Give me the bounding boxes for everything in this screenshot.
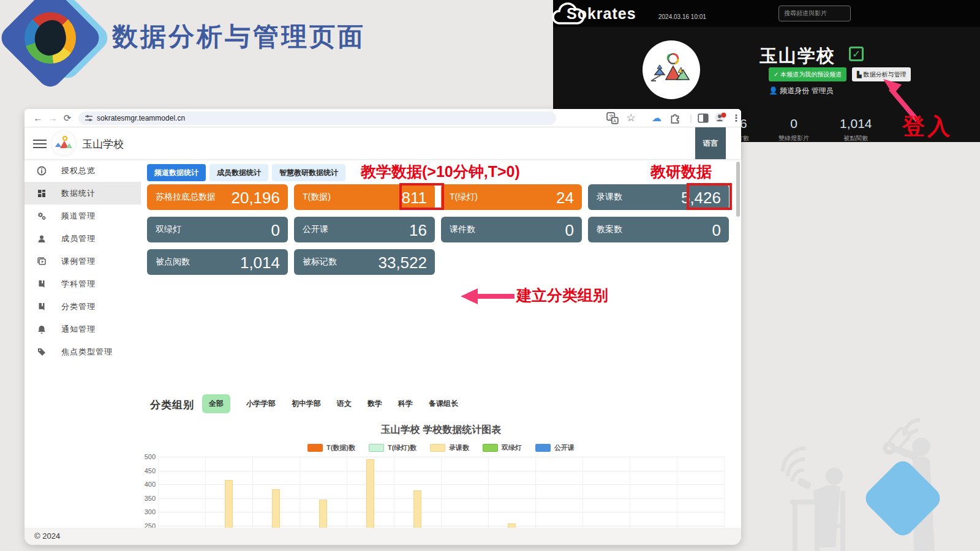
tab-1[interactable]: 成员数据统计 <box>209 164 268 181</box>
cloud-sync-icon[interactable]: ☁ <box>650 112 663 124</box>
sidebar-item-6[interactable]: 分类管理 <box>24 295 141 318</box>
card-value: 0 <box>565 221 574 240</box>
app-logo <box>4 0 114 99</box>
filter-options: 全部小学学部初中学部语文数学科学备课组长 <box>202 394 458 413</box>
filter-option-6[interactable]: 备课组长 <box>429 399 458 409</box>
y-axis-label: 300 <box>141 508 156 515</box>
legend-item[interactable]: T(绿灯)数 <box>369 443 417 452</box>
sidebar-item-1[interactable]: 数据统计 <box>24 182 141 204</box>
legend-swatch <box>535 444 551 452</box>
app-header: 玉山学校 语言 <box>24 127 741 159</box>
bar-group-2023-10 <box>252 457 300 528</box>
browser-menu-icon[interactable]: ⋮ <box>730 112 742 124</box>
scrollbar-thumb[interactable] <box>736 162 740 217</box>
sidebar-item-3[interactable]: 成员管理 <box>24 227 141 250</box>
legend-swatch <box>430 444 445 452</box>
logo-brush-circle <box>24 12 76 64</box>
annotation-research-data: 教研数据 <box>650 162 712 182</box>
tab-2[interactable]: 智慧教研数据统计 <box>272 164 345 181</box>
bookmark-star-icon[interactable]: ☆ <box>625 112 637 124</box>
filter-option-0[interactable]: 全部 <box>202 394 230 413</box>
app-school-avatar[interactable] <box>51 131 76 156</box>
filter-option-5[interactable]: 科学 <box>398 399 413 409</box>
sokrates-brand: Sokrates <box>567 5 636 23</box>
sidebar-item-4[interactable]: 课例管理 <box>24 250 141 272</box>
sidebar-item-7[interactable]: 通知管理 <box>24 318 141 340</box>
legend-swatch <box>307 444 323 452</box>
sidebar-item-0[interactable]: 授权总览 <box>24 159 141 182</box>
legend-item[interactable]: 录课数 <box>430 443 469 452</box>
reload-icon[interactable]: ⟳ <box>61 112 74 124</box>
bar-录课数[interactable] <box>225 480 233 528</box>
filter-option-4[interactable]: 数学 <box>368 399 382 409</box>
bar-group-2023-11 <box>300 457 347 528</box>
sidebar-item-2[interactable]: 频道管理 <box>24 204 141 227</box>
svg-text:A: A <box>613 118 617 124</box>
stat-card-4: 双绿灯0 <box>147 217 288 242</box>
tab-0[interactable]: 频道数据统计 <box>147 164 206 181</box>
profile-avatar-icon[interactable] <box>714 112 726 124</box>
filter-option-1[interactable]: 小学学部 <box>246 399 276 409</box>
side-panel-icon[interactable] <box>697 112 709 124</box>
bar-录课数[interactable] <box>366 459 374 528</box>
url-bar[interactable]: sokratesmgr.teammodel.cn <box>78 111 556 125</box>
language-button[interactable]: 语言 <box>695 127 726 159</box>
annotation-teaching-data: 教学数据(>10分钟,T>0) <box>361 162 520 182</box>
card-label: 教案数 <box>597 224 622 235</box>
legend-item[interactable]: 公开课 <box>535 443 575 452</box>
back-icon[interactable]: ← <box>32 112 44 124</box>
card-value: 24 <box>556 189 574 208</box>
channel-role: 👤 频道身份 管理员 <box>769 86 834 96</box>
legend-item[interactable]: 双绿灯 <box>483 443 522 452</box>
y-axis-label: 400 <box>141 481 156 488</box>
bar-录课数[interactable] <box>319 500 327 528</box>
forward-icon[interactable]: → <box>47 112 59 124</box>
bar-录课数[interactable] <box>413 490 421 528</box>
dashboard-icon <box>37 189 47 198</box>
bar-group-2023-08 <box>158 457 205 528</box>
filter-option-2[interactable]: 初中学部 <box>292 399 321 409</box>
annotation-login: 登入 <box>902 111 952 142</box>
site-settings-icon <box>85 114 93 122</box>
legend-label: 双绿灯 <box>502 443 522 452</box>
bar-录课数[interactable] <box>272 489 280 528</box>
legend-item[interactable]: T(数据)数 <box>307 443 355 452</box>
legend-swatch <box>369 444 384 452</box>
stat-card-6: 课件数0 <box>441 217 582 242</box>
sidebar-item-label: 通知管理 <box>61 324 96 335</box>
stat-card-2: T(绿灯)24 <box>441 184 582 210</box>
hamburger-menu-icon[interactable] <box>33 137 47 148</box>
grouping-arrow <box>458 287 516 306</box>
bar-group-2024-05 <box>582 457 630 528</box>
card-value: 33,522 <box>378 253 427 272</box>
video-icon <box>37 257 47 266</box>
stat-card-8: 被点阅数1,014 <box>147 249 288 275</box>
app-school-name: 玉山学校 <box>82 137 124 151</box>
extensions-icon[interactable] <box>669 112 681 124</box>
bar-group-2024-07 <box>677 457 724 528</box>
school-name: 玉山学校 <box>760 44 835 69</box>
card-label: T(数据) <box>303 192 331 203</box>
translate-icon[interactable]: 文A <box>606 112 619 124</box>
stat-card-9: 被标记数33,522 <box>294 249 435 275</box>
card-label: 被点阅数 <box>156 257 190 268</box>
filter-option-3[interactable]: 语文 <box>337 399 352 409</box>
panel-datetime: 2024.03.16 10:01 <box>658 13 706 20</box>
search-input[interactable]: 搜尋頻道與影片 <box>778 6 851 21</box>
card-label: 课件数 <box>450 224 475 235</box>
chart-title: 玉山学校 学校数据统计图表 <box>141 424 741 437</box>
copyright-footer: © 2024 <box>24 528 741 545</box>
sidebar-item-label: 学科管理 <box>61 279 96 290</box>
bar-group-2024-01 <box>394 457 441 528</box>
preset-channel-button[interactable]: ✓ 本频道为我的预设频道 <box>769 67 846 81</box>
legend-label: 录课数 <box>449 443 469 452</box>
sidebar-item-5[interactable]: 学科管理 <box>24 272 141 295</box>
card-value: 20,196 <box>231 189 280 208</box>
sidebar-item-label: 焦点类型管理 <box>61 347 113 358</box>
toolbar-divider: | <box>685 112 697 124</box>
verified-check-icon: ✓ <box>849 47 864 61</box>
sidebar-item-8[interactable]: 焦点类型管理 <box>24 340 141 363</box>
bar-录课数[interactable] <box>508 523 516 528</box>
card-label: 双绿灯 <box>156 224 181 235</box>
sidebar-nav: 授权总览数据统计频道管理成员管理课例管理学科管理分类管理通知管理焦点类型管理 <box>24 159 141 528</box>
